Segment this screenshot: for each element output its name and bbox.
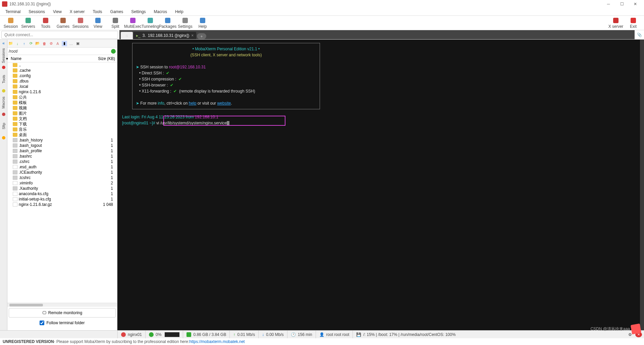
website-link[interactable]: website: [217, 101, 231, 106]
maximize-button[interactable]: ☐: [615, 0, 629, 8]
sftp-refresh-icon[interactable]: ⟳: [28, 41, 34, 46]
sidetab-tools[interactable]: Tools: [2, 75, 6, 83]
toolbar-settings[interactable]: Settings: [176, 16, 194, 30]
sftp-terminal-icon[interactable]: ▣: [75, 41, 80, 46]
file-row[interactable]: nginx-1.21.6: [7, 89, 117, 95]
sftp-newfolder-icon[interactable]: 📂: [35, 41, 40, 46]
paperclip-icon[interactable]: 📎: [635, 33, 644, 37]
filedoc-icon: [13, 203, 17, 207]
toolbar-label: Servers: [21, 24, 35, 29]
file-row[interactable]: .Xauthority1: [7, 186, 117, 191]
file-row[interactable]: .ICEauthority1: [7, 170, 117, 175]
minimize-button[interactable]: ─: [602, 0, 615, 8]
footer-link[interactable]: https://mobaxterm.mobatek.net: [189, 339, 245, 344]
sftp-select-icon[interactable]: ▮: [62, 41, 67, 46]
file-row[interactable]: .bashrc1: [7, 154, 117, 159]
sftp-stop-icon[interactable]: ⊘: [48, 41, 54, 46]
toolbar-session[interactable]: Session: [2, 16, 19, 30]
tab-session-active[interactable]: ▸_ 3. 192.168.10.31 ([nginx]) ×: [133, 32, 196, 39]
file-row[interactable]: .dbus: [7, 78, 117, 84]
toolbar-games[interactable]: Games: [54, 16, 72, 30]
col-size[interactable]: Size (KB): [98, 56, 115, 61]
terminal-view[interactable]: • MobaXterm Personal Edition v21.1 • (SS…: [117, 40, 640, 330]
split-icon: [112, 17, 119, 24]
file-row[interactable]: 桌面: [7, 132, 117, 137]
toolbar-x server[interactable]: X server: [607, 16, 625, 30]
sftp-path-bar[interactable]: /root/: [7, 48, 117, 55]
banner-box: • MobaXterm Personal Edition v21.1 • (SS…: [132, 43, 320, 109]
file-row[interactable]: .local: [7, 84, 117, 89]
toolbar-help[interactable]: Help: [194, 16, 211, 30]
sftp-mkdir-icon[interactable]: 📁: [8, 41, 13, 46]
toolbar-servers[interactable]: Servers: [19, 16, 37, 30]
tab-close-icon[interactable]: ×: [191, 33, 194, 38]
file-row[interactable]: .viminfo2: [7, 180, 117, 186]
follow-terminal-row: Follow terminal folder: [7, 319, 117, 327]
menu-tools[interactable]: Tools: [89, 9, 106, 15]
sftp-delete-icon[interactable]: 🗑: [42, 41, 47, 46]
file-row[interactable]: 文档: [7, 116, 117, 121]
toolbar-split[interactable]: Split: [107, 16, 124, 30]
collapse-icon[interactable]: «: [2, 41, 5, 46]
toolbar-sessions[interactable]: Sessions: [72, 16, 89, 30]
close-button[interactable]: ✕: [629, 0, 642, 8]
quick-connect-input[interactable]: [1, 31, 118, 39]
file-row[interactable]: 图片: [7, 111, 117, 116]
file-icon: [13, 143, 17, 148]
file-row[interactable]: initial-setup-ks.cfg1: [7, 196, 117, 202]
remote-monitoring-button[interactable]: 🖵 Remote monitoring: [9, 308, 116, 318]
menu-macros[interactable]: Macros: [150, 9, 171, 15]
sftp-download-icon[interactable]: ↑: [21, 41, 27, 46]
sftp-hscroll[interactable]: [7, 303, 117, 307]
file-row[interactable]: anaconda-ks.cfg1: [7, 191, 117, 196]
toolbar-tunneling[interactable]: Tunneling: [142, 16, 159, 30]
toolbar-exit[interactable]: Exit: [625, 16, 642, 30]
sidetab-sftp[interactable]: Sftp: [1, 123, 5, 129]
toolbar-view[interactable]: View: [89, 16, 107, 30]
file-row[interactable]: .config: [7, 73, 117, 78]
menu-help[interactable]: Help: [171, 9, 187, 15]
sidetab-macros[interactable]: Macros: [2, 97, 6, 109]
servers-icon: [25, 17, 32, 24]
home-icon: ⌂: [125, 33, 128, 38]
file-row[interactable]: .bash_history1: [7, 137, 117, 143]
file-row[interactable]: .cshrc1: [7, 159, 117, 164]
menu-settings[interactable]: Settings: [127, 9, 150, 15]
follow-terminal-checkbox[interactable]: [40, 321, 44, 325]
file-row[interactable]: ..: [7, 62, 117, 68]
folder-icon: [13, 90, 17, 94]
file-row[interactable]: .esd_auth1: [7, 164, 117, 170]
sidetab-sessions[interactable]: Sessions: [2, 48, 6, 63]
file-row[interactable]: .bash_logout1: [7, 143, 117, 148]
toolbar-tools[interactable]: Tools: [37, 16, 54, 30]
command-highlight-box: [163, 116, 285, 126]
tab-new[interactable]: ＋: [197, 33, 206, 39]
menu-sessions[interactable]: Sessions: [24, 9, 49, 15]
file-size: 1: [98, 143, 115, 148]
menu-view[interactable]: View: [49, 9, 66, 15]
menu-x-server[interactable]: X server: [66, 9, 89, 15]
sftp-edit-icon[interactable]: A: [55, 41, 60, 46]
svg-rect-0: [8, 18, 13, 23]
col-name[interactable]: Name: [11, 56, 98, 61]
file-row[interactable]: .tcshrc1: [7, 175, 117, 180]
terminal-scrollbar[interactable]: [640, 40, 644, 330]
sessions-icon: [77, 17, 84, 24]
file-row[interactable]: 公共: [7, 95, 117, 100]
file-row[interactable]: 音乐: [7, 127, 117, 132]
sftp-settings-icon[interactable]: …: [68, 41, 74, 46]
menu-terminal[interactable]: Terminal: [1, 9, 24, 15]
toolbar-packages[interactable]: Packages: [159, 16, 176, 30]
file-row[interactable]: 下载: [7, 121, 117, 127]
file-row[interactable]: .cache: [7, 68, 117, 73]
tab-home[interactable]: ⌂: [121, 32, 133, 39]
help-link[interactable]: help: [189, 101, 197, 106]
file-row[interactable]: nginx-1.21.6.tar.gz1 048: [7, 202, 117, 207]
svg-rect-12: [613, 18, 619, 23]
menu-games[interactable]: Games: [106, 9, 127, 15]
toolbar-multiexec[interactable]: MultiExec: [124, 16, 142, 30]
file-row[interactable]: .bash_profile1: [7, 148, 117, 154]
sftp-upload-icon[interactable]: ↓: [15, 41, 20, 46]
file-row[interactable]: 模板: [7, 100, 117, 105]
file-row[interactable]: 视频: [7, 105, 117, 111]
